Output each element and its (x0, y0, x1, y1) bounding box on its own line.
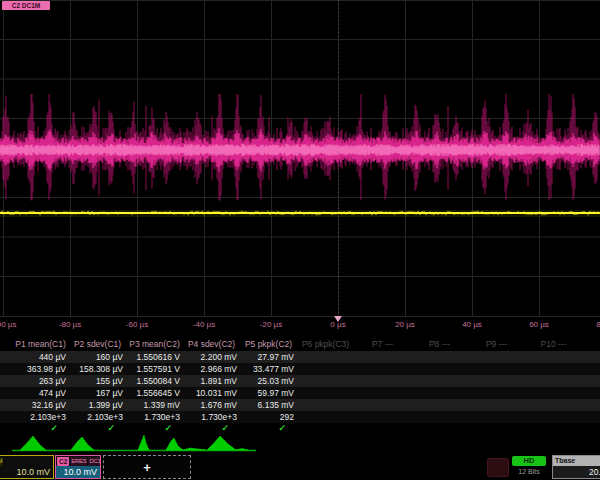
xaxis-tick-label: 20 µs (395, 320, 415, 329)
measure-table: P1 mean(C1)440 µV363.98 µV263 µV474 µV32… (0, 338, 600, 434)
measure-stat-value: 1.730e+3 (126, 411, 183, 423)
measure-column-2: P2 sdev(C1)160 µV158.308 µV155 µV167 µV1… (69, 338, 126, 434)
measure-stat-value (354, 363, 411, 375)
measure-stat-value: 474 µV (12, 387, 69, 399)
measure-column-9: P9 --- (468, 338, 525, 434)
measure-stat-value: 27.97 mV (240, 351, 297, 363)
measure-status-check (468, 423, 525, 433)
measure-status-check (411, 423, 468, 433)
measure-stat-value (525, 363, 582, 375)
xaxis-tick-label: 0 µs (330, 320, 345, 329)
measure-stat-value: 59.97 mV (240, 387, 297, 399)
c1-scale-value: 10.0 mV (0, 466, 53, 479)
timebase-value: 20.0 µs (553, 466, 600, 479)
measure-stat-value: 158.308 µV (69, 363, 126, 375)
measure-stat-value (354, 387, 411, 399)
measure-stat-value (354, 399, 411, 411)
measure-stat-value: 1.550084 V (126, 375, 183, 387)
measure-stat-value (468, 411, 525, 423)
measure-stat-value: 2.103e+3 (12, 411, 69, 423)
measure-status-check: ✓ (12, 423, 69, 433)
measure-stat-value (411, 411, 468, 423)
c1-descriptor-box[interactable]: C1 DC1M 10.0 mV (0, 455, 54, 479)
measure-stat-value (468, 363, 525, 375)
measure-stat-value (525, 387, 582, 399)
measure-stat-value: 1.891 mV (183, 375, 240, 387)
measure-status-check: ✓ (240, 423, 297, 433)
measure-stat-value (582, 399, 600, 411)
measure-stat-value: 6.135 mV (240, 399, 297, 411)
measure-stat-value (411, 399, 468, 411)
xaxis-tick-label: -20 µs (260, 320, 282, 329)
hd-mode-badge[interactable]: HD (512, 456, 546, 466)
measure-param-header[interactable]: P6 pkpk(C3) (297, 338, 354, 351)
measure-stat-value (582, 363, 600, 375)
measure-column-8: P8 --- (411, 338, 468, 434)
measure-stat-value: 292 (240, 411, 297, 423)
measure-stat-value: 1.557591 V (126, 363, 183, 375)
measure-param-header[interactable]: P5 pkpk(C2) (240, 338, 297, 351)
measure-stat-value: 1.556645 V (126, 387, 183, 399)
measure-stat-value (354, 351, 411, 363)
measure-stat-value (525, 375, 582, 387)
measure-stat-value (582, 387, 600, 399)
measure-stat-value: 1.550616 V (126, 351, 183, 363)
c2-coupling-badge: DC1M (88, 457, 101, 466)
xaxis-tick-label: 80 µs (596, 320, 600, 329)
c2-scale-value: 10.0 mV (56, 466, 100, 479)
measure-param-header[interactable]: P11 (582, 338, 600, 351)
measure-status-check (525, 423, 582, 433)
measure-status-check: ✓ (126, 423, 183, 433)
measure-stat-value: 263 µV (12, 375, 69, 387)
add-trace-button[interactable]: + (103, 455, 191, 479)
xaxis-tick-label: 60 µs (529, 320, 549, 329)
xaxis-tick-label: -60 µs (126, 320, 148, 329)
status-bar: C1 DC1M 10.0 mV C2 ERES DC1M 10.0 mV + H… (0, 454, 600, 480)
measure-column-1: P1 mean(C1)440 µV363.98 µV263 µV474 µV32… (12, 338, 69, 434)
measure-status-check (354, 423, 411, 433)
measure-param-header[interactable]: P4 sdev(C2) (183, 338, 240, 351)
measure-stat-value: 440 µV (12, 351, 69, 363)
grid-annotation-badge: C2 DC1M (2, 1, 50, 10)
waveform-grid[interactable]: C2 DC1M (0, 0, 600, 318)
measure-status-check: ✓ (69, 423, 126, 433)
measure-stat-value (411, 351, 468, 363)
measure-column-11: P11 (582, 338, 600, 434)
measure-stat-value: 33.477 mV (240, 363, 297, 375)
measure-param-header[interactable]: P8 --- (411, 338, 468, 351)
measure-stat-value (354, 411, 411, 423)
c2-descriptor-box[interactable]: C2 ERES DC1M 10.0 mV (55, 455, 101, 479)
plus-icon: + (104, 456, 190, 478)
measure-stat-value (525, 411, 582, 423)
measure-stat-value (582, 351, 600, 363)
dimmed-indicator (487, 458, 509, 477)
measure-stat-value: 1.399 µV (69, 399, 126, 411)
measure-stat-value (525, 399, 582, 411)
measure-stat-value (411, 387, 468, 399)
measure-stat-value: 167 µV (69, 387, 126, 399)
measure-stat-value: 2.966 mV (183, 363, 240, 375)
measure-stat-value (411, 363, 468, 375)
measure-stat-value: 2.103e+3 (69, 411, 126, 423)
xaxis-tick-label: -100 µs (0, 320, 16, 329)
measure-stat-value (297, 375, 354, 387)
waveform-display[interactable] (0, 0, 600, 318)
xaxis-tick-label: -40 µs (193, 320, 215, 329)
measure-column-7: P7 --- (354, 338, 411, 434)
measure-stat-value: 10.031 mV (183, 387, 240, 399)
timebase-axis: -100 µs-80 µs-60 µs-40 µs-20 µs0 µs20 µs… (0, 316, 600, 336)
measure-histicons (0, 434, 600, 452)
measure-param-header[interactable]: P10 --- (525, 338, 582, 351)
measure-param-header[interactable]: P2 sdev(C1) (69, 338, 126, 351)
timebase-descriptor-box[interactable]: Tbase 20.0 µs (552, 455, 600, 479)
measure-param-header[interactable]: P3 mean(C2) (126, 338, 183, 351)
measure-column-3: P3 mean(C2)1.550616 V1.557591 V1.550084 … (126, 338, 183, 434)
measure-param-header[interactable]: P9 --- (468, 338, 525, 351)
measure-stat-value: 2.200 mV (183, 351, 240, 363)
measure-status-check (297, 423, 354, 433)
measure-stat-value (525, 351, 582, 363)
measure-stat-value: 160 µV (69, 351, 126, 363)
measure-column-5: P5 pkpk(C2)27.97 mV33.477 mV25.03 mV59.9… (240, 338, 297, 434)
measure-param-header[interactable]: P1 mean(C1) (12, 338, 69, 351)
measure-param-header[interactable]: P7 --- (354, 338, 411, 351)
